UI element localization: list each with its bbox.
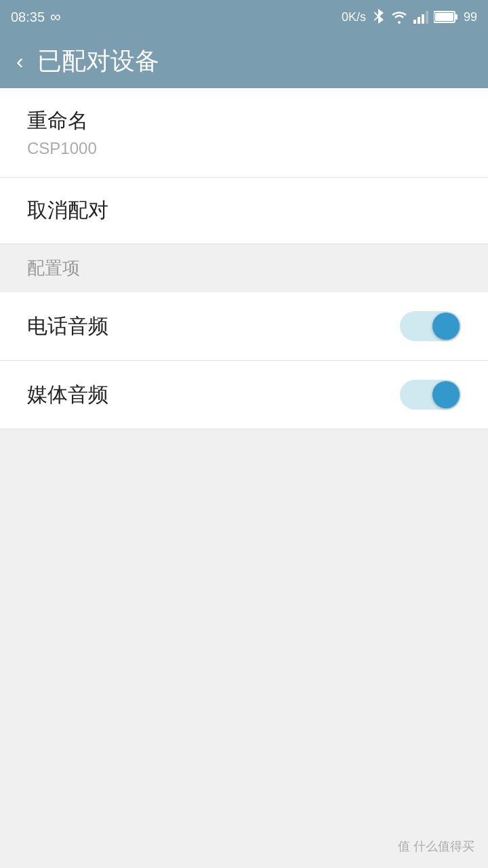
battery-level: 99 — [464, 10, 477, 24]
phone-audio-knob — [432, 313, 460, 340]
unpair-label: 取消配对 — [27, 197, 108, 224]
status-right: 0K/s 99 — [342, 9, 477, 25]
rename-label: 重命名 — [27, 107, 97, 135]
phone-audio-toggle[interactable] — [400, 311, 461, 341]
rename-content: 重命名 CSP1000 — [27, 107, 97, 158]
device-name: CSP1000 — [27, 139, 97, 158]
watermark: 值 什么值得买 — [398, 838, 474, 854]
svg-rect-5 — [455, 14, 458, 20]
svg-rect-0 — [413, 20, 416, 24]
svg-rect-6 — [435, 13, 453, 21]
media-audio-toggle[interactable] — [400, 380, 461, 410]
content-area: 重命名 CSP1000 取消配对 — [0, 88, 488, 244]
page-title: 已配对设备 — [37, 45, 159, 78]
svg-rect-3 — [426, 11, 428, 24]
bluetooth-icon — [371, 9, 385, 25]
nav-bar: ‹ 已配对设备 — [0, 34, 488, 88]
wifi-icon — [390, 10, 408, 24]
phone-audio-label: 电话音频 — [27, 313, 108, 340]
status-left: 08:35 ∞ — [11, 8, 61, 26]
config-header-label: 配置项 — [27, 258, 80, 278]
back-button[interactable]: ‹ — [16, 49, 24, 74]
signal-icon — [413, 10, 428, 24]
phone-audio-item[interactable]: 电话音频 — [0, 292, 488, 361]
svg-rect-1 — [418, 17, 420, 24]
config-section-header: 配置项 — [0, 244, 488, 292]
media-audio-item[interactable]: 媒体音频 — [0, 361, 488, 429]
svg-rect-2 — [422, 14, 424, 24]
infinity-icon: ∞ — [50, 8, 61, 26]
media-audio-label: 媒体音频 — [27, 381, 108, 409]
data-speed: 0K/s — [342, 10, 366, 24]
status-bar: 08:35 ∞ 0K/s 99 — [0, 0, 488, 34]
unpair-item[interactable]: 取消配对 — [0, 178, 488, 244]
rename-item[interactable]: 重命名 CSP1000 — [0, 88, 488, 178]
media-audio-knob — [432, 381, 460, 408]
time-display: 08:35 — [11, 9, 45, 25]
battery-icon — [434, 11, 458, 23]
config-items: 电话音频 媒体音频 — [0, 292, 488, 429]
